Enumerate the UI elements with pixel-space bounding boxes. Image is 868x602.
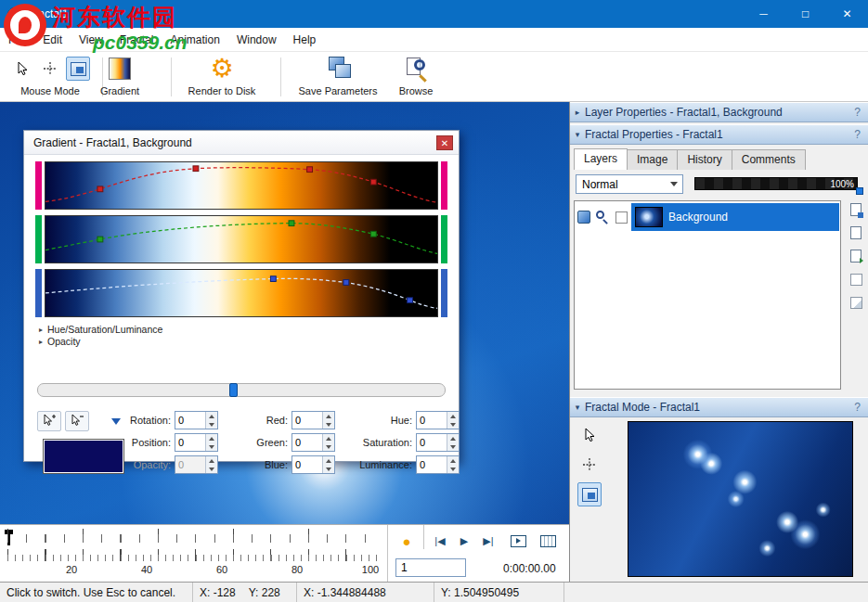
red-curve[interactable]: [45, 162, 437, 209]
spin-up-icon[interactable]: [206, 434, 217, 442]
section-hsl[interactable]: ▸ Hue/Saturation/Luminance: [39, 324, 162, 335]
opacity-slider-thumb[interactable]: [856, 187, 863, 195]
saturation-spinner[interactable]: [416, 433, 460, 452]
menu-window[interactable]: Window: [228, 28, 285, 52]
crosshair-mode-button[interactable]: [38, 57, 62, 81]
spin-down-icon[interactable]: [206, 420, 217, 429]
blue-input[interactable]: [292, 456, 322, 473]
add-control-point-button[interactable]: [37, 411, 61, 431]
tab-layers[interactable]: Layers: [574, 148, 628, 170]
gradient-row-red[interactable]: [35, 161, 447, 210]
flatten-button[interactable]: [847, 270, 865, 288]
select-mode-button[interactable]: [577, 423, 602, 447]
layer-row-background[interactable]: Background: [575, 203, 840, 231]
gradient-editor-green[interactable]: [45, 215, 438, 263]
layer-properties-header[interactable]: ▸ Layer Properties - Fractal1, Backgroun…: [570, 102, 868, 122]
next-frame-button[interactable]: ▶|: [477, 531, 499, 551]
spin-up-icon[interactable]: [206, 412, 217, 420]
preview-animation-button[interactable]: [507, 531, 529, 551]
maximize-button[interactable]: □: [784, 0, 826, 28]
luminance-input[interactable]: [417, 456, 447, 473]
menu-edit[interactable]: Edit: [34, 28, 71, 52]
channel-marker-left[interactable]: [35, 215, 42, 263]
tab-comments[interactable]: Comments: [732, 149, 806, 170]
red-input[interactable]: [292, 412, 322, 429]
menu-help[interactable]: Help: [285, 28, 325, 52]
frame-number-input[interactable]: [395, 558, 466, 577]
play-button[interactable]: ▶: [453, 531, 475, 551]
hue-input[interactable]: [417, 412, 447, 429]
gradient-editor-red[interactable]: [45, 161, 438, 210]
blue-spinner[interactable]: [291, 455, 335, 474]
spin-up-icon[interactable]: [323, 456, 334, 465]
close-button[interactable]: ✕: [826, 0, 868, 28]
spin-down-icon[interactable]: [447, 442, 459, 451]
saturation-input[interactable]: [417, 434, 447, 451]
gradient-dialog-titlebar[interactable]: Gradient - Fractal1, Background ✕: [24, 131, 459, 155]
menu-view[interactable]: View: [71, 28, 111, 52]
luminance-spinner[interactable]: [416, 455, 460, 474]
fractal-mode-preview[interactable]: [628, 421, 853, 577]
position-input[interactable]: [175, 434, 205, 451]
rotation-input[interactable]: [175, 412, 205, 429]
green-curve[interactable]: [45, 216, 437, 263]
switch-mode-button[interactable]: [66, 57, 90, 81]
layer-opacity-slider[interactable]: 100%: [694, 177, 858, 190]
gradient-dialog-close-button[interactable]: ✕: [436, 135, 453, 150]
spin-up-icon[interactable]: [447, 412, 459, 420]
duplicate-layer-button[interactable]: [847, 224, 865, 242]
blend-mode-select[interactable]: Normal: [576, 174, 683, 194]
spin-up-icon[interactable]: [447, 456, 459, 465]
layer-visible-icon[interactable]: [577, 211, 590, 224]
channel-marker-left[interactable]: [35, 161, 42, 210]
channel-marker-right[interactable]: [441, 215, 447, 263]
spin-up-icon[interactable]: [323, 434, 334, 442]
gradient-editor-blue[interactable]: [45, 269, 438, 317]
channel-marker-right[interactable]: [441, 269, 447, 317]
help-icon[interactable]: ?: [854, 106, 861, 119]
fractal-properties-header[interactable]: ▾ Fractal Properties - Fractal1 ?: [570, 124, 868, 145]
switch-mode-button[interactable]: [577, 482, 602, 506]
spin-down-icon[interactable]: [447, 465, 459, 473]
current-color-swatch[interactable]: [43, 439, 124, 474]
channel-marker-right[interactable]: [441, 161, 447, 210]
layer-selection[interactable]: Background: [631, 203, 839, 231]
green-spinner[interactable]: [291, 433, 335, 452]
spin-down-icon[interactable]: [323, 442, 334, 451]
spin-up-icon[interactable]: [447, 434, 459, 442]
animation-settings-button[interactable]: [537, 531, 559, 551]
section-opacity[interactable]: ▸ Opacity: [39, 336, 81, 347]
spin-down-icon[interactable]: [447, 420, 459, 429]
merge-layer-button[interactable]: [847, 247, 865, 265]
remove-control-point-button[interactable]: [65, 411, 89, 431]
tab-history[interactable]: History: [677, 149, 732, 170]
blue-curve[interactable]: [45, 270, 437, 316]
record-button[interactable]: ●: [395, 531, 418, 551]
red-spinner[interactable]: [291, 411, 335, 429]
gradient-row-blue[interactable]: [35, 269, 447, 317]
green-input[interactable]: [292, 434, 322, 451]
layer-list[interactable]: Background: [574, 200, 841, 390]
spin-down-icon[interactable]: [323, 420, 334, 429]
fractal-mode-header[interactable]: ▾ Fractal Mode - Fractal1 ?: [570, 397, 868, 417]
gradient-button[interactable]: [108, 57, 132, 81]
spin-down-icon[interactable]: [206, 442, 217, 451]
rotation-spinner[interactable]: [175, 411, 218, 429]
add-layer-button[interactable]: [847, 200, 865, 219]
help-icon[interactable]: ?: [854, 401, 861, 414]
hue-spinner[interactable]: [416, 411, 460, 429]
fractal-canvas[interactable]: Gradient - Fractal1, Background ✕: [0, 102, 569, 524]
crosshair-mode-button[interactable]: [577, 453, 602, 477]
gradient-row-green[interactable]: [35, 215, 447, 263]
menu-fractal[interactable]: Fractal: [111, 28, 162, 52]
save-parameters-button[interactable]: [326, 57, 350, 81]
delete-layer-button[interactable]: [847, 293, 865, 312]
tab-image[interactable]: Image: [627, 149, 678, 170]
layer-transparent-checkbox[interactable]: [615, 211, 628, 224]
menu-file[interactable]: File: [0, 28, 34, 52]
help-icon[interactable]: ?: [854, 128, 861, 141]
layer-editable-icon[interactable]: [596, 211, 609, 224]
gradient-position-slider[interactable]: [37, 383, 446, 397]
menu-animation[interactable]: Animation: [162, 28, 228, 52]
spin-down-icon[interactable]: [323, 465, 334, 473]
